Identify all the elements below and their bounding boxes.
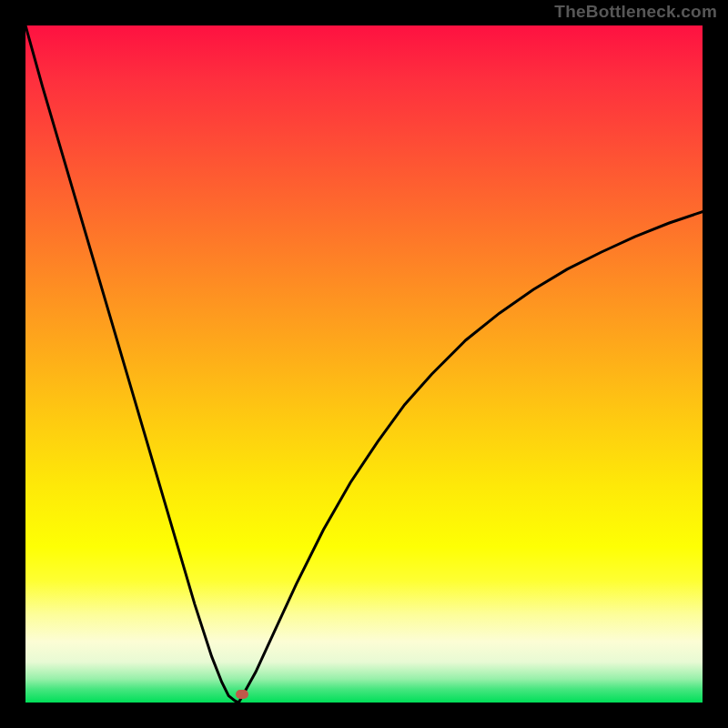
curve-right-branch — [238, 212, 703, 703]
chart-curves — [25, 25, 703, 703]
plot-area — [25, 25, 703, 703]
curve-left-branch — [25, 25, 238, 703]
minimum-marker — [236, 690, 248, 699]
watermark-text: TheBottleneck.com — [554, 2, 717, 22]
